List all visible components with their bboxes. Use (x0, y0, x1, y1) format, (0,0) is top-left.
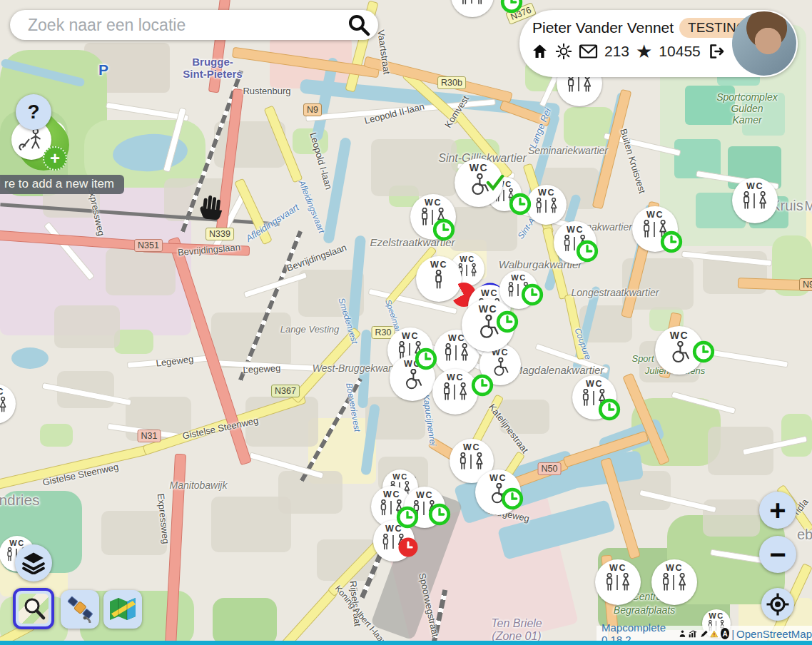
logout-icon[interactable] (707, 43, 726, 60)
route-shield: N351 (134, 239, 163, 252)
license-icon[interactable]: A (721, 628, 729, 639)
route-shield: R30b (437, 76, 466, 89)
green-area (40, 424, 73, 447)
street (127, 354, 218, 368)
opening-hours-open-icon (598, 398, 621, 424)
background-satellite-button[interactable] (61, 590, 99, 629)
map-marker-toilets-men-women[interactable]: WC (0, 384, 16, 424)
opening-hours-open-icon (509, 193, 532, 218)
hand-cursor-icon (198, 191, 226, 221)
secondary-road (0, 445, 148, 489)
osm-map-thumbnail (19, 594, 49, 624)
geolocate-icon (766, 592, 790, 616)
zoom-out-button[interactable]: − (759, 536, 796, 573)
opening-hours-open-icon (521, 283, 544, 309)
user-name[interactable]: Pieter Vander Vennet (532, 19, 674, 36)
edit-pencil-icon[interactable] (700, 629, 709, 639)
route-shield: N367 (271, 385, 300, 397)
background-map-button[interactable] (103, 590, 142, 629)
stars-count[interactable]: 10455 (659, 43, 700, 60)
opening-hours-closed-icon (397, 537, 419, 561)
home-icon[interactable] (531, 43, 549, 60)
route-shield: N31 (138, 430, 161, 442)
residential-blocks (54, 305, 120, 348)
attribution-divider: | (731, 628, 734, 640)
residential-blocks (499, 400, 549, 434)
pond (11, 347, 49, 369)
osm-attribution-link[interactable]: OpenStreetMap (736, 628, 812, 640)
map-marker-toilets-men-women[interactable]: WC (595, 559, 641, 605)
green-area (114, 330, 153, 354)
user-panel: Pieter Vander Vennet TESTING 213 ★ 10455 (519, 10, 798, 77)
layers-icon (22, 552, 45, 574)
search-input[interactable] (10, 16, 347, 35)
map-label: Afleidingsvaart (296, 179, 326, 235)
opening-hours-open-icon (428, 503, 451, 529)
magnifier-icon (19, 594, 49, 624)
route-shield: N339 (205, 228, 234, 240)
residential-blocks (450, 207, 517, 251)
geolocate-button[interactable] (761, 588, 794, 621)
green-area (781, 414, 812, 457)
map-marker-toilets-men-women[interactable]: WC (651, 559, 697, 605)
map-marker-toilets-men-women[interactable]: WC (527, 185, 567, 225)
map-canvas[interactable]: N9N9R30bN376N339N351N367N31N50R30Brugge-… (0, 0, 812, 645)
map-label: Rijselstraat (347, 580, 362, 627)
help-button[interactable]: ? (16, 94, 51, 130)
add-item-tooltip: re to add a new item (0, 175, 124, 194)
opening-hours-open-icon (500, 0, 523, 16)
residential-blocks (106, 248, 176, 295)
search-icon[interactable] (347, 13, 371, 37)
route-shield: N9 (303, 103, 322, 116)
background-current-map-button[interactable] (13, 588, 54, 629)
zoom-out-label: − (769, 540, 786, 569)
street (534, 343, 609, 374)
mail-icon[interactable] (579, 44, 598, 59)
opening-hours-open-icon (496, 310, 519, 336)
layers-button[interactable] (15, 544, 52, 581)
opening-hours-open-icon (692, 340, 715, 366)
green-area (742, 93, 785, 136)
mapcomplete-app: N9N9R30bN376N339N351N367N31N50R30Brugge-… (0, 0, 812, 645)
warning-icon[interactable] (710, 629, 719, 639)
route-shield: N9 (799, 278, 812, 291)
opening-hours-open-icon (501, 487, 524, 513)
opening-hours-open-icon (660, 230, 683, 256)
map-marker-toilets-men-women[interactable]: WC (732, 178, 778, 223)
opening-hours-open-icon (396, 506, 419, 532)
zoom-in-label: + (769, 494, 786, 526)
search-bar (10, 10, 378, 40)
water (323, 137, 352, 244)
avatar[interactable] (732, 11, 796, 76)
green-area (685, 86, 735, 125)
opening-hours-open-icon (471, 374, 494, 400)
residential-blocks (278, 471, 342, 514)
gear-icon[interactable] (555, 43, 572, 60)
star-icon: ★ (636, 44, 652, 59)
map-marker-toilets-men-women[interactable]: WC (451, 0, 494, 17)
route-shield: N50 (538, 462, 562, 475)
verified-check-icon (486, 175, 504, 193)
bottom-accent-bar (0, 641, 812, 645)
residential-blocks (101, 511, 167, 555)
folded-map-icon (107, 594, 138, 624)
attribution-bar: Mapcomplete 0.18.2 A | OpenStreetMap (597, 626, 812, 641)
secondary-road (279, 588, 338, 645)
statistics-icon[interactable] (689, 629, 697, 639)
messages-count[interactable]: 213 (604, 43, 629, 60)
satellite-icon (65, 594, 95, 624)
residential-blocks (371, 139, 457, 196)
green-area (213, 598, 277, 645)
opening-hours-open-icon (415, 347, 437, 373)
add-new-item-button[interactable]: + (43, 146, 67, 171)
contributors-icon[interactable] (679, 629, 686, 639)
zoom-in-button[interactable]: + (759, 492, 796, 529)
opening-hours-open-icon (432, 218, 455, 244)
street (710, 349, 788, 367)
opening-hours-open-icon (576, 240, 599, 265)
secondary-road (234, 178, 273, 245)
